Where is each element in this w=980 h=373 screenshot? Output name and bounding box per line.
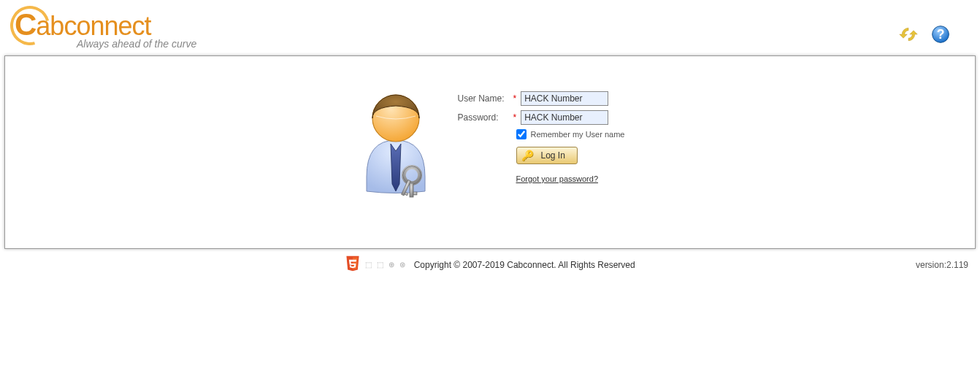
help-icon[interactable]: ? (930, 24, 951, 47)
username-input[interactable] (521, 91, 608, 106)
svg-rect-5 (410, 182, 413, 197)
avatar-image (356, 85, 443, 208)
logo: Cabconnect Always ahead of the curve (15, 7, 196, 50)
required-marker: * (513, 93, 517, 104)
remember-checkbox[interactable] (516, 129, 527, 139)
login-panel: User Name: * Password: * Remember my Use… (4, 55, 976, 249)
tagline: Always ahead of the curve (77, 38, 196, 50)
remember-label: Remember my User name (531, 130, 625, 139)
refresh-icon[interactable] (898, 24, 919, 47)
username-label: User Name: (458, 93, 509, 104)
logo-name-rest: abconnect (36, 11, 150, 41)
version-text: version:2.119 (916, 260, 968, 270)
html5-icon (345, 255, 361, 274)
svg-rect-6 (413, 192, 417, 195)
password-input[interactable] (521, 110, 608, 125)
password-label: Password: (458, 112, 509, 123)
logo-text: Cabconnect (15, 7, 196, 42)
key-icon: 🔑 (521, 150, 534, 161)
browser-icons: ⬚ ⬚ ⊕ ⊛ (365, 261, 406, 269)
forgot-password-link[interactable]: Forgot your password? (516, 174, 599, 183)
login-button[interactable]: 🔑 Log In (516, 147, 578, 164)
required-marker: * (513, 112, 517, 123)
login-button-label: Log In (541, 150, 565, 161)
svg-text:?: ? (937, 27, 945, 42)
copyright-text: Copyright © 2007-2019 Cabconnect. All Ri… (414, 260, 635, 270)
